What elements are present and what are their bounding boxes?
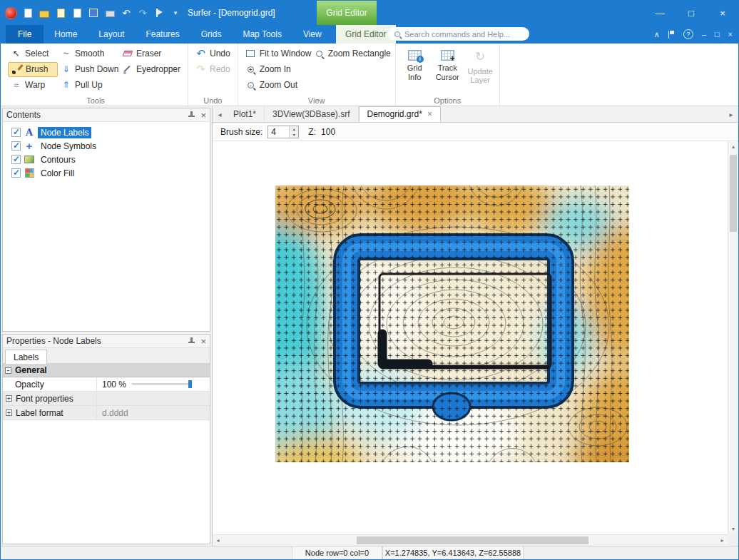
z-value[interactable]: 100 bbox=[321, 127, 335, 137]
track-cursor-icon bbox=[441, 50, 454, 61]
minimize-button[interactable]: — bbox=[644, 1, 676, 25]
expand-icon[interactable]: + bbox=[6, 395, 12, 402]
vertical-scroll-thumb[interactable] bbox=[730, 155, 737, 232]
undo-qat-icon[interactable]: ↶ bbox=[121, 7, 132, 19]
scroll-up-icon[interactable]: ▴ bbox=[728, 141, 738, 152]
pull-up-button[interactable]: ⇑Pull Up bbox=[58, 78, 119, 92]
doc-tab-plot1[interactable]: Plot1* bbox=[225, 106, 265, 122]
push-down-button[interactable]: ⇓Push Down bbox=[58, 63, 119, 76]
stepper-up-icon[interactable]: ▴ bbox=[290, 126, 298, 132]
customize-qat-icon[interactable]: ▾ bbox=[170, 7, 181, 19]
scroll-down-icon[interactable]: ▾ bbox=[728, 524, 738, 534]
doc-tab-demogrid[interactable]: Demogrid.grd* × bbox=[359, 106, 441, 122]
brush-button[interactable]: Brush bbox=[8, 62, 58, 77]
grid-editor-canvas[interactable]: ▴ ▾ ◂ ▸ bbox=[213, 141, 738, 546]
scrollbar-corner bbox=[728, 534, 738, 546]
close-panel-icon[interactable]: × bbox=[200, 337, 206, 346]
brush-size-value[interactable]: 4 bbox=[268, 126, 289, 138]
search-placeholder: Search commands and Help... bbox=[404, 30, 510, 39]
zoom-rectangle-button[interactable]: Zoom Rectangle bbox=[311, 47, 391, 61]
checkbox[interactable] bbox=[11, 141, 21, 151]
tab-grids[interactable]: Grids bbox=[190, 25, 233, 44]
zoom-in-button[interactable]: +Zoom In bbox=[243, 63, 311, 76]
undo-button[interactable]: ↶Undo bbox=[193, 47, 233, 61]
doc-minimize-icon[interactable]: – bbox=[702, 30, 706, 39]
tree-item-color-fill[interactable]: Color Fill bbox=[3, 166, 210, 180]
pin-icon[interactable] bbox=[188, 111, 195, 119]
doc-tab-3dview[interactable]: 3DView(3DBase).srf bbox=[265, 106, 358, 122]
tree-item-node-symbols[interactable]: + Node Symbols bbox=[3, 139, 210, 153]
import-icon[interactable] bbox=[55, 7, 66, 19]
report-flag-icon[interactable] bbox=[153, 7, 165, 19]
checkbox[interactable] bbox=[11, 168, 21, 178]
brush-size-stepper[interactable]: 4 ▴ ▾ bbox=[267, 126, 299, 138]
close-button[interactable]: × bbox=[707, 1, 738, 25]
pin-icon[interactable] bbox=[188, 337, 195, 345]
search-box[interactable]: Search commands and Help... bbox=[388, 27, 529, 41]
smooth-button[interactable]: ~Smooth bbox=[58, 47, 119, 61]
expand-icon[interactable]: + bbox=[6, 409, 12, 416]
scroll-left-icon[interactable]: ◂ bbox=[213, 535, 223, 546]
print-icon[interactable] bbox=[104, 7, 116, 19]
group-label-undo: Undo bbox=[188, 96, 238, 105]
tab-grid-editor[interactable]: Grid Editor bbox=[336, 25, 396, 44]
tab-map-tools[interactable]: Map Tools bbox=[232, 25, 292, 44]
help-icon[interactable]: ? bbox=[683, 29, 693, 39]
tab-layout[interactable]: Layout bbox=[88, 25, 135, 44]
horizontal-scroll-thumb[interactable] bbox=[357, 536, 588, 544]
collapse-ribbon-icon[interactable]: ∧ bbox=[654, 30, 660, 39]
tree-item-node-labels[interactable]: A Node Labels bbox=[3, 126, 210, 139]
maximize-button[interactable]: □ bbox=[676, 1, 707, 25]
grid-info-button[interactable]: Grid Info bbox=[400, 47, 429, 85]
update-layer-button[interactable]: ↻Update Layer bbox=[466, 47, 495, 85]
new-file-icon[interactable] bbox=[22, 7, 34, 19]
track-cursor-button[interactable]: Track Cursor bbox=[433, 47, 462, 85]
app-logo-icon[interactable] bbox=[5, 7, 17, 19]
contextual-tab-header[interactable]: Grid Editor bbox=[317, 1, 377, 25]
opacity-value[interactable]: 100 % bbox=[102, 380, 126, 390]
zoom-out-button[interactable]: -Zoom Out bbox=[243, 78, 311, 92]
stepper-down-icon[interactable]: ▾ bbox=[290, 132, 298, 138]
ribbon-tab-bar: File Home Layout Features Grids Map Tool… bbox=[1, 25, 738, 44]
open-file-icon[interactable] bbox=[39, 7, 50, 19]
doc-restore-icon[interactable]: □ bbox=[715, 30, 720, 39]
vertical-scrollbar[interactable]: ▴ ▾ bbox=[728, 141, 738, 534]
document-tab-bar: ◂ Plot1* 3DView(3DBase).srf Demogrid.grd… bbox=[213, 106, 738, 123]
tab-home[interactable]: Home bbox=[44, 25, 88, 44]
select-button[interactable]: ↖Select bbox=[8, 47, 58, 61]
property-row-opacity: Opacity 100 % bbox=[3, 377, 210, 392]
eraser-button[interactable]: Eraser bbox=[119, 47, 183, 61]
grid-map-view[interactable] bbox=[275, 185, 629, 462]
doc-close-icon[interactable]: × bbox=[728, 30, 733, 39]
tab-file[interactable]: File bbox=[6, 25, 44, 44]
tab-view[interactable]: View bbox=[292, 25, 332, 44]
close-panel-icon[interactable]: × bbox=[200, 111, 206, 120]
fit-to-window-button[interactable]: Fit to Window bbox=[243, 47, 311, 61]
checkbox[interactable] bbox=[11, 155, 21, 164]
collapse-section-icon[interactable]: - bbox=[5, 367, 11, 374]
redo-qat-icon[interactable]: ↷ bbox=[137, 7, 148, 19]
redo-icon: ↷ bbox=[195, 64, 206, 75]
section-general[interactable]: - General bbox=[3, 364, 210, 377]
horizontal-scrollbar[interactable]: ◂ ▸ bbox=[213, 534, 728, 546]
smooth-icon: ~ bbox=[61, 49, 71, 59]
property-row-label-format[interactable]: +Label format d.dddd bbox=[3, 406, 210, 420]
export-icon[interactable] bbox=[71, 7, 83, 19]
opacity-slider[interactable] bbox=[132, 380, 192, 389]
app-window: ↶ ↷ ▾ Surfer - [Demogrid.grd] Grid Edito… bbox=[0, 0, 739, 560]
redo-button[interactable]: ↷Redo bbox=[193, 63, 233, 76]
tab-scroll-right-icon[interactable]: ▸ bbox=[726, 106, 736, 122]
tab-features[interactable]: Features bbox=[135, 25, 190, 44]
tab-labels[interactable]: Labels bbox=[5, 350, 47, 364]
property-row-font[interactable]: +Font properties bbox=[3, 392, 210, 406]
save-icon[interactable] bbox=[88, 7, 99, 19]
tree-item-contours[interactable]: Contours bbox=[3, 153, 210, 166]
tab-scroll-left-icon[interactable]: ◂ bbox=[215, 106, 225, 122]
warp-button[interactable]: ≈Warp bbox=[8, 78, 58, 92]
close-tab-icon[interactable]: × bbox=[427, 109, 432, 119]
eyedropper-button[interactable]: Eyedropper bbox=[119, 63, 183, 76]
checkbox[interactable] bbox=[11, 128, 21, 137]
label-format-value[interactable]: d.dddd bbox=[97, 408, 210, 418]
scroll-right-icon[interactable]: ▸ bbox=[717, 535, 728, 546]
flag-icon[interactable] bbox=[668, 31, 675, 39]
